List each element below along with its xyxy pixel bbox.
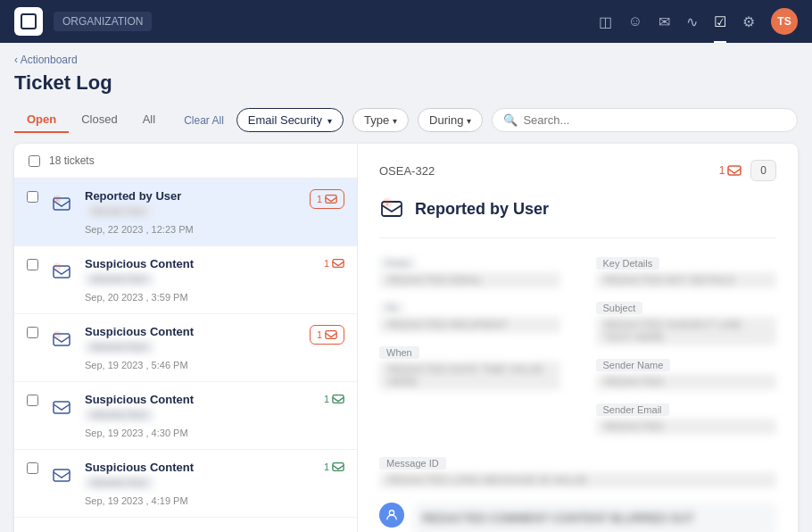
gear-icon[interactable]: ⚙	[742, 13, 755, 30]
ticket-title-1: Suspicious Content	[85, 257, 315, 270]
search-icon: 🔍	[503, 113, 518, 127]
svg-point-5	[54, 263, 61, 270]
field-row-1: To REDACTED RECIPIENT	[379, 301, 560, 333]
field-label-when: When	[379, 346, 419, 359]
org-name[interactable]: ORGANIZATION	[54, 12, 152, 31]
field-label-senderemail: Sender Email	[596, 403, 669, 416]
detail-panel: OSEA-322 1 0	[358, 144, 798, 532]
field-row-subject: Subject REDACTED SUBJECT LINE TEXT HERE	[596, 301, 777, 345]
detail-alert-badge: 1	[719, 163, 742, 178]
ticket-info-2: Suspicious Content REDACTED Sep, 19 2023…	[85, 325, 301, 370]
share-icon[interactable]: ∿	[686, 13, 698, 30]
field-value-msgid: REDACTED LONG MESSAGE ID VALUE	[379, 472, 776, 488]
type-chevron-icon	[393, 113, 397, 127]
detail-header-actions: 1 0	[719, 160, 776, 181]
ticket-checkbox-4[interactable]	[27, 462, 38, 474]
clear-all-button[interactable]: Clear All	[184, 114, 224, 127]
top-navigation: ORGANIZATION ◫ ☺ ✉ ∿ ☑ ⚙ TS	[0, 0, 812, 43]
tab-group: Open Closed All	[14, 107, 168, 133]
ticket-icon-3	[47, 393, 76, 421]
field-row-0: From REDACTED EMAIL	[379, 256, 560, 288]
type-filter[interactable]: Type	[352, 108, 409, 132]
ticket-icon-1	[47, 257, 76, 286]
detail-fields: From REDACTED EMAIL To REDACTED RECIPIEN…	[379, 256, 776, 447]
main-content: 18 tickets ! Reported by User REDACTED	[14, 144, 798, 532]
ticket-title-4: Suspicious Content	[85, 461, 315, 474]
svg-point-8	[54, 331, 61, 338]
detail-col-left: From REDACTED EMAIL To REDACTED RECIPIEN…	[379, 256, 560, 447]
field-row-key: Key Details REDACTED KEY DETAILS	[596, 256, 777, 288]
ticket-sub-4: REDACTED	[85, 477, 153, 489]
search-input[interactable]	[523, 113, 786, 127]
field-label-sendername: Sender Name	[596, 359, 671, 371]
search-box[interactable]: 🔍	[492, 108, 798, 132]
list-item[interactable]: Suspicious Content REDACTED Sep, 20 2023…	[14, 246, 357, 314]
count-badge-value: 0	[760, 164, 766, 177]
ticket-sub-2: REDACTED	[85, 341, 153, 353]
tab-closed[interactable]: Closed	[69, 107, 129, 133]
ticket-checkbox-2[interactable]	[27, 327, 38, 338]
detail-title-row: ! Reported by User	[379, 195, 776, 238]
badge-count-2: 1	[317, 329, 322, 340]
select-all-checkbox[interactable]	[29, 155, 40, 167]
badge-count-0: 1	[317, 194, 322, 204]
field-label-to: To	[379, 302, 404, 314]
field-row-msgid: Message ID REDACTED LONG MESSAGE ID VALU…	[379, 456, 776, 488]
list-item[interactable]: ! Reported by User REDACTED Sep, 22 2023…	[14, 179, 357, 246]
ticket-date-3: Sep, 19 2023 , 4:30 PM	[85, 428, 315, 438]
bell-icon[interactable]: ✉	[659, 13, 670, 30]
tab-open[interactable]: Open	[14, 107, 69, 133]
ticket-icon-0: !	[47, 189, 76, 218]
badge-count-1: 1	[324, 258, 329, 269]
badge-count-3: 1	[324, 394, 329, 404]
tab-all[interactable]: All	[130, 107, 168, 133]
check-icon[interactable]: ☑	[714, 13, 726, 30]
list-item[interactable]: Suspicious Content REDACTED Sep, 19 2023…	[14, 450, 357, 518]
svg-rect-10	[54, 402, 70, 413]
ticket-sub-1: REDACTED	[85, 273, 153, 286]
user-avatar[interactable]: TS	[771, 8, 798, 35]
during-filter-label: During	[429, 113, 463, 127]
comment-area: REDACTED COMMENT CONTENT BLURRED OUT	[379, 503, 776, 532]
filters-row: Open Closed All Clear All Email Security…	[14, 107, 798, 133]
field-row-2: When REDACTED DATE TIME VALUE HERE	[379, 345, 560, 390]
user-icon[interactable]: ☺	[628, 13, 642, 29]
list-item[interactable]: Suspicious Content REDACTED Sep, 19 2023…	[14, 382, 357, 450]
breadcrumb[interactable]: Actionboard	[14, 54, 798, 66]
badge-count-4: 1	[324, 461, 329, 472]
list-item[interactable]: Suspicious Content REDACTED Sep, 19 2023…	[14, 314, 357, 382]
app-logo[interactable]	[14, 7, 43, 36]
commenter-avatar	[379, 503, 404, 528]
ticket-checkbox-3[interactable]	[27, 395, 38, 406]
field-value-from: REDACTED EMAIL	[379, 272, 560, 288]
ticket-sub-3: REDACTED	[85, 409, 153, 421]
during-filter[interactable]: During	[418, 108, 483, 132]
ticket-date-2: Sep, 19 2023 , 5:46 PM	[85, 360, 301, 370]
ticket-badge-0: 1	[310, 189, 344, 209]
category-filter-label: Email Security	[248, 113, 322, 127]
ticket-date-0: Sep, 22 2023 , 12:23 PM	[85, 224, 301, 235]
category-filter[interactable]: Email Security	[236, 108, 344, 132]
field-value-subject: REDACTED SUBJECT LINE TEXT HERE	[596, 317, 777, 345]
ticket-date-1: Sep, 20 2023 , 3:59 PM	[85, 292, 315, 303]
ticket-list: 18 tickets ! Reported by User REDACTED	[14, 144, 358, 532]
page-title: Ticket Log	[14, 71, 798, 95]
ticket-icon-4	[47, 461, 76, 489]
ticket-title-2: Suspicious Content	[85, 325, 301, 338]
ticket-badge-4: 1	[324, 461, 344, 473]
field-label-key: Key Details	[596, 257, 660, 270]
ticket-count: 18 tickets	[49, 154, 95, 167]
field-label-msgid: Message ID	[379, 457, 446, 470]
comment-content: REDACTED COMMENT CONTENT BLURRED OUT	[413, 503, 776, 532]
field-value-sendername: REDACTED	[596, 374, 777, 390]
field-value-key: REDACTED KEY DETAILS	[596, 272, 777, 288]
ticket-title-3: Suspicious Content	[85, 393, 315, 406]
detail-count-badge[interactable]: 0	[750, 160, 776, 181]
field-value-to: REDACTED RECIPIENT	[379, 317, 560, 333]
ticket-checkbox-1[interactable]	[27, 259, 38, 270]
ticket-info-4: Suspicious Content REDACTED Sep, 19 2023…	[85, 461, 315, 506]
detail-header: OSEA-322 1 0	[379, 160, 776, 181]
layout-icon[interactable]: ◫	[599, 13, 612, 30]
svg-rect-12	[54, 470, 70, 481]
ticket-checkbox-0[interactable]	[27, 191, 38, 203]
